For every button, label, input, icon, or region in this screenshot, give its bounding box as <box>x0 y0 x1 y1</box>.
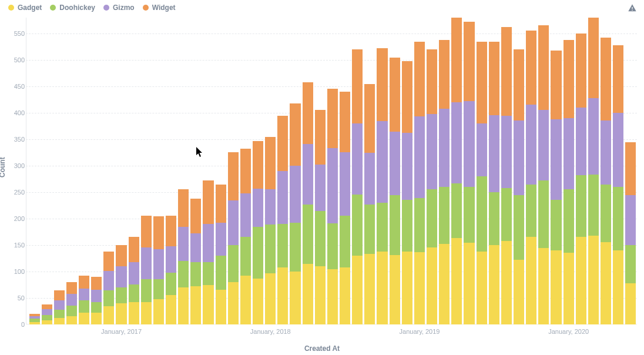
bar-segment-widget[interactable] <box>153 216 164 249</box>
bar-segment-widget[interactable] <box>364 84 375 153</box>
bar-segment-gizmo[interactable] <box>240 193 251 237</box>
bar-column[interactable] <box>42 18 52 324</box>
bar-segment-widget[interactable] <box>190 199 201 233</box>
bar-segment-gadget[interactable] <box>66 316 77 324</box>
bar-segment-doohickey[interactable] <box>564 189 574 253</box>
bar-segment-gadget[interactable] <box>551 250 561 324</box>
bar-segment-widget[interactable] <box>228 152 239 201</box>
bar-segment-gizmo[interactable] <box>588 98 599 175</box>
bar-segment-gizmo[interactable] <box>390 132 400 195</box>
bar-segment-gadget[interactable] <box>451 238 462 324</box>
bar-segment-doohickey[interactable] <box>364 205 375 254</box>
bar-column[interactable] <box>203 18 213 324</box>
bar-segment-gadget[interactable] <box>402 252 412 324</box>
bar-column[interactable] <box>265 18 276 324</box>
bar-segment-gizmo[interactable] <box>576 108 586 175</box>
bar-segment-doohickey[interactable] <box>340 216 350 267</box>
bar-segment-gadget[interactable] <box>265 273 276 324</box>
bar-column[interactable] <box>277 18 288 324</box>
bar-segment-gadget[interactable] <box>42 320 52 324</box>
bar-segment-gizmo[interactable] <box>166 246 176 273</box>
bar-segment-widget[interactable] <box>129 237 139 262</box>
bar-segment-gizmo[interactable] <box>178 227 189 261</box>
bar-segment-gadget[interactable] <box>166 295 176 324</box>
bar-segment-gadget[interactable] <box>79 313 89 324</box>
bar-segment-doohickey[interactable] <box>141 279 152 303</box>
bar-column[interactable] <box>116 18 126 324</box>
bar-segment-doohickey[interactable] <box>327 223 338 269</box>
bar-segment-doohickey[interactable] <box>178 261 189 287</box>
bar-column[interactable] <box>576 18 586 324</box>
bar-segment-widget[interactable] <box>352 49 363 123</box>
bar-column[interactable] <box>364 18 375 324</box>
bar-segment-gadget[interactable] <box>240 276 251 324</box>
bar-segment-doohickey[interactable] <box>315 211 326 266</box>
bar-column[interactable] <box>103 18 114 324</box>
bar-segment-doohickey[interactable] <box>190 262 201 286</box>
bar-segment-doohickey[interactable] <box>538 180 549 248</box>
bar-segment-widget[interactable] <box>91 277 102 290</box>
bar-segment-gizmo[interactable] <box>315 165 326 211</box>
bar-segment-gizmo[interactable] <box>190 233 201 262</box>
bar-segment-doohickey[interactable] <box>54 310 65 318</box>
bar-segment-gadget[interactable] <box>414 252 425 324</box>
bar-segment-doohickey[interactable] <box>613 187 623 250</box>
bar-column[interactable] <box>514 18 524 324</box>
bar-segment-doohickey[interactable] <box>526 185 536 236</box>
bar-column[interactable] <box>240 18 251 324</box>
bar-column[interactable] <box>390 18 400 324</box>
bar-segment-widget[interactable] <box>103 252 114 271</box>
bar-column[interactable] <box>153 18 164 324</box>
bar-column[interactable] <box>66 18 77 324</box>
bar-column[interactable] <box>613 18 623 324</box>
bar-segment-widget[interactable] <box>166 216 176 246</box>
bar-segment-gizmo[interactable] <box>116 266 126 287</box>
bar-segment-doohickey[interactable] <box>377 203 387 252</box>
bar-segment-gizmo[interactable] <box>564 118 574 189</box>
bar-column[interactable] <box>489 18 499 324</box>
bar-segment-doohickey[interactable] <box>625 245 636 283</box>
bar-segment-gadget[interactable] <box>576 237 586 324</box>
bar-segment-gadget[interactable] <box>253 279 263 324</box>
bar-segment-gadget[interactable] <box>538 248 549 324</box>
bar-segment-doohickey[interactable] <box>303 205 313 264</box>
bar-segment-gadget[interactable] <box>477 252 487 324</box>
bar-segment-widget[interactable] <box>451 18 462 102</box>
bar-segment-gadget[interactable] <box>315 266 326 324</box>
bar-segment-gadget[interactable] <box>228 282 239 324</box>
bar-column[interactable] <box>290 18 300 324</box>
bar-segment-gizmo[interactable] <box>79 289 89 300</box>
bar-column[interactable] <box>588 18 599 324</box>
bar-segment-doohickey[interactable] <box>265 225 276 273</box>
bar-segment-doohickey[interactable] <box>514 195 524 260</box>
bar-segment-widget[interactable] <box>141 216 152 247</box>
bar-segment-doohickey[interactable] <box>290 223 300 272</box>
bar-column[interactable] <box>178 18 189 324</box>
bar-column[interactable] <box>464 18 474 324</box>
bar-segment-widget[interactable] <box>514 49 524 120</box>
bar-segment-gizmo[interactable] <box>538 110 549 181</box>
bar-segment-widget[interactable] <box>178 189 189 227</box>
bar-segment-gizmo[interactable] <box>91 290 102 303</box>
bar-segment-gadget[interactable] <box>588 236 599 324</box>
bar-segment-gadget[interactable] <box>29 322 40 325</box>
bar-column[interactable] <box>216 18 226 324</box>
bar-segment-widget[interactable] <box>303 82 313 144</box>
bar-segment-gizmo[interactable] <box>439 109 450 187</box>
bar-segment-widget[interactable] <box>551 51 561 119</box>
bar-column[interactable] <box>564 18 574 324</box>
bar-segment-gadget[interactable] <box>54 318 65 324</box>
bar-segment-widget[interactable] <box>576 34 586 108</box>
bar-column[interactable] <box>601 18 611 324</box>
bar-segment-widget[interactable] <box>538 25 549 110</box>
bar-segment-doohickey[interactable] <box>390 195 400 255</box>
bar-segment-doohickey[interactable] <box>402 200 412 252</box>
bar-segment-widget[interactable] <box>501 27 512 116</box>
bar-column[interactable] <box>551 18 561 324</box>
bar-segment-gizmo[interactable] <box>303 144 313 205</box>
bar-segment-widget[interactable] <box>439 40 450 109</box>
bar-segment-gizmo[interactable] <box>54 300 65 310</box>
bar-segment-widget[interactable] <box>315 110 326 165</box>
bar-segment-doohickey[interactable] <box>103 290 114 306</box>
bar-segment-gadget[interactable] <box>613 250 623 324</box>
